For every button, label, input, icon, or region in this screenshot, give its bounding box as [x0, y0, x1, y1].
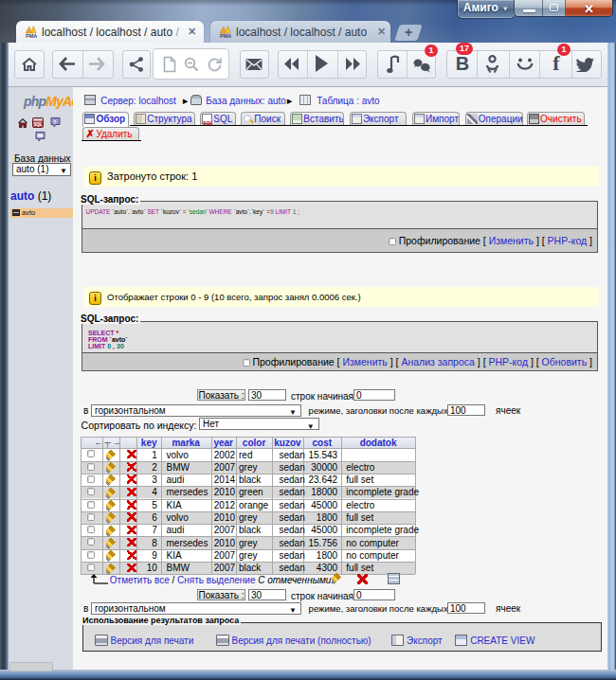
svg-text:SQL: SQL	[34, 122, 44, 127]
svg-text:PMA: PMA	[220, 33, 231, 39]
svg-text:PMA: PMA	[26, 33, 37, 39]
